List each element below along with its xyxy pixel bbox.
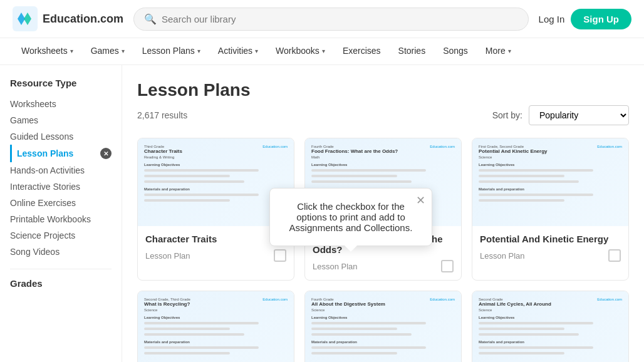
nav-item-exercises[interactable]: Exercises — [334, 38, 390, 65]
card-checkbox[interactable] — [274, 249, 286, 262]
card-title: Character Traits — [145, 234, 286, 244]
card-subject: Science — [479, 308, 551, 312]
lesson-plan-card[interactable]: Second Grade, Third Grade What is Recycl… — [137, 291, 294, 362]
card-title: Food Fractions: What are the Odds? — [313, 234, 454, 255]
signup-button[interactable]: Sign Up — [571, 9, 631, 29]
search-input[interactable] — [162, 14, 518, 24]
sidebar-divider — [10, 269, 112, 269]
login-button[interactable]: Log In — [539, 14, 565, 24]
cards-grid: Third Grade Character Traits Reading & W… — [137, 138, 629, 362]
tooltip-close-icon[interactable]: ✕ — [416, 194, 425, 207]
sidebar-item-label: Games — [10, 115, 38, 125]
thumb-line — [144, 333, 244, 336]
sidebar-item-lesson-plans[interactable]: Lesson Plans✕ — [10, 145, 112, 162]
card-type-label: Lesson Plan — [145, 251, 190, 261]
sidebar-item-label: Worksheets — [10, 99, 56, 109]
card-thumb-title: What is Recycling? — [144, 301, 190, 307]
search-bar: 🔍 — [133, 8, 529, 31]
sidebar-item-games[interactable]: Games — [10, 112, 112, 128]
sort-label: Sort by: — [492, 110, 522, 120]
sort-select[interactable]: Popularity Newest Rating — [529, 105, 629, 125]
card-thumb-title: Animal Life Cycles, All Around — [479, 301, 551, 307]
sidebar-item-guided-lessons[interactable]: Guided Lessons — [10, 128, 112, 145]
thumb-line — [479, 169, 593, 172]
resource-type-heading: Resource Type — [10, 78, 112, 88]
materials-label: Materials and preparation — [479, 340, 622, 344]
clear-filter-icon[interactable]: ✕ — [100, 148, 112, 159]
thumb-line — [479, 328, 564, 330]
sidebar-item-worksheets[interactable]: Worksheets — [10, 96, 112, 112]
education-logo-small: Education.com — [597, 297, 622, 301]
sidebar-item-printable-workbooks[interactable]: Printable Workbooks — [10, 211, 112, 227]
sidebar-item-interactive-stories[interactable]: Interactive Stories — [10, 178, 112, 195]
thumb-line — [479, 199, 564, 202]
thumb-line — [144, 346, 259, 349]
thumb-line — [479, 322, 593, 324]
card-checkbox[interactable] — [441, 260, 454, 272]
page-title: Lesson Plans — [137, 80, 629, 100]
lesson-plan-card[interactable]: First Grade, Second Grade Potential And … — [472, 138, 629, 281]
thumb-line — [479, 194, 593, 196]
sidebar-item-hands-on-activities[interactable]: Hands-on Activities — [10, 162, 112, 178]
sidebar-item-label: Online Exercises — [10, 198, 76, 208]
education-logo-small: Education.com — [262, 145, 288, 148]
thumb-line — [144, 169, 259, 172]
nav-item-more[interactable]: More ▾ — [477, 38, 520, 65]
thumb-line — [311, 180, 412, 183]
learning-objectives-label: Learning Objectives — [144, 163, 288, 167]
main-nav: Worksheets ▾Games ▾Lesson Plans ▾Activit… — [0, 38, 644, 65]
logo-icon — [13, 6, 38, 31]
card-thumbnail: Third Grade Character Traits Reading & W… — [138, 138, 294, 226]
learning-objectives-label: Learning Objectives — [479, 163, 622, 167]
thumb-line — [479, 346, 593, 349]
thumb-line — [311, 333, 412, 336]
sidebar-item-label: Lesson Plans — [17, 148, 73, 158]
sidebar-item-song-videos[interactable]: Song Videos — [10, 244, 112, 260]
card-thumbnail: Second Grade, Third Grade What is Recycl… — [138, 291, 294, 362]
chevron-down-icon: ▾ — [197, 48, 200, 54]
card-thumbnail: Fourth Grade All About the Digestive Sys… — [305, 291, 461, 362]
nav-item-worksheets[interactable]: Worksheets ▾ — [13, 38, 82, 65]
nav-item-stories[interactable]: Stories — [390, 38, 435, 65]
nav-item-games[interactable]: Games ▾ — [82, 38, 133, 65]
search-icon: 🔍 — [144, 13, 157, 25]
learning-objectives-label: Learning Objectives — [311, 316, 455, 319]
nav-item-lesson-plans[interactable]: Lesson Plans ▾ — [133, 38, 209, 65]
card-thumbnail: Second Grade Animal Life Cycles, All Aro… — [472, 291, 628, 362]
card-thumb-title: Character Traits — [144, 148, 182, 154]
nav-item-workbooks[interactable]: Workbooks ▾ — [267, 38, 334, 65]
sort-row: Sort by: Popularity Newest Rating — [492, 105, 629, 125]
materials-label: Materials and preparation — [311, 187, 455, 191]
chevron-down-icon: ▾ — [322, 48, 325, 54]
header: Education.com 🔍 Log In Sign Up — [0, 0, 644, 38]
thumb-line — [479, 175, 564, 177]
card-checkbox[interactable] — [608, 249, 621, 262]
materials-label: Materials and preparation — [479, 187, 622, 191]
materials-label: Materials and preparation — [144, 187, 288, 191]
card-subject: Science — [311, 308, 385, 312]
thumb-line — [144, 199, 230, 202]
thumb-line — [479, 180, 579, 183]
sidebar-item-label: Interactive Stories — [10, 182, 80, 192]
nav-item-songs[interactable]: Songs — [434, 38, 477, 65]
card-subject: Science — [479, 155, 548, 159]
card-thumb-title: All About the Digestive System — [311, 301, 385, 307]
thumb-line — [311, 194, 426, 196]
thumb-line — [144, 180, 244, 183]
sidebar-item-science-projects[interactable]: Science Projects — [10, 227, 112, 244]
logo[interactable]: Education.com — [13, 6, 123, 31]
lesson-plan-card[interactable]: Third Grade Character Traits Reading & W… — [137, 138, 294, 281]
chevron-down-icon: ▾ — [70, 48, 73, 54]
thumb-line — [479, 352, 564, 354]
sidebar-item-label: Science Projects — [10, 230, 75, 240]
sidebar-item-label: Song Videos — [10, 247, 60, 257]
lesson-plan-card[interactable]: Fourth Grade Food Fractions: What are th… — [304, 138, 462, 281]
learning-objectives-label: Learning Objectives — [479, 316, 622, 319]
lesson-plan-card[interactable]: Fourth Grade All About the Digestive Sys… — [304, 291, 462, 362]
card-subject: Reading & Writing — [144, 155, 182, 159]
sidebar-item-online-exercises[interactable]: Online Exercises — [10, 195, 112, 211]
materials-label: Materials and preparation — [311, 340, 455, 344]
lesson-plan-card[interactable]: Second Grade Animal Life Cycles, All Aro… — [472, 291, 629, 362]
nav-item-activities[interactable]: Activities ▾ — [209, 38, 267, 65]
grades-heading: Grades — [10, 278, 112, 289]
